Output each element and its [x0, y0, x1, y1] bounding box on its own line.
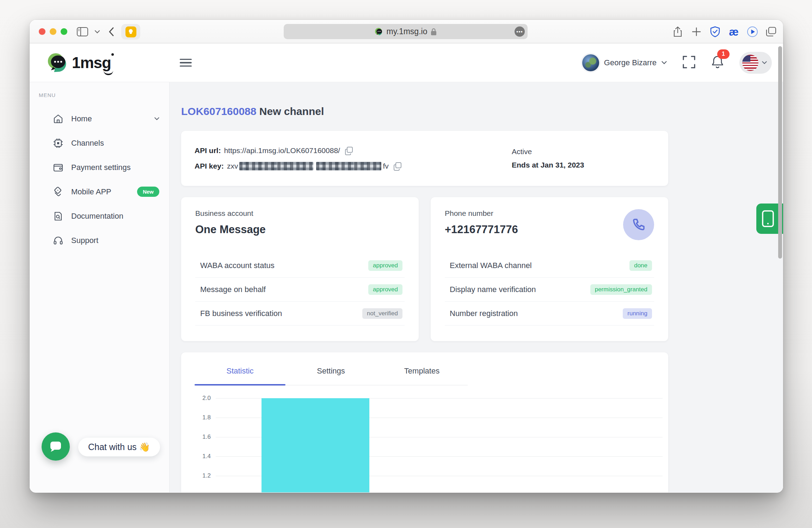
- notification-badge: 1: [717, 49, 730, 59]
- tab-templates[interactable]: Templates: [376, 362, 467, 385]
- status-row: WABA account status approved: [195, 254, 405, 278]
- subscription-ends: Ends at Jan 31, 2023: [512, 161, 584, 169]
- zoom-window-button[interactable]: [61, 28, 67, 35]
- keep-extension-button[interactable]: [121, 24, 140, 40]
- browser-toolbar: my.1msg.io ••• æ: [30, 20, 783, 43]
- fullscreen-button[interactable]: [682, 55, 696, 70]
- user-menu[interactable]: George Bizarre: [582, 54, 667, 71]
- sidebar-item-channels[interactable]: Channels: [30, 131, 169, 155]
- y-axis-tick-label: 2.0: [195, 395, 211, 402]
- shield-check-icon: [710, 26, 720, 37]
- tab-statistic[interactable]: Statistic: [195, 362, 285, 385]
- sidebar-toggle-button[interactable]: [75, 24, 90, 40]
- tabs-overview-icon: [766, 27, 776, 37]
- status-badge: running: [623, 308, 652, 319]
- home-icon: [53, 114, 63, 124]
- channel-id: LOK607160088: [181, 105, 257, 117]
- sidebar-item-home[interactable]: Home: [30, 107, 169, 131]
- bar-chart: 2.01.81.61.41.2: [195, 398, 663, 492]
- card-label: Business account: [195, 209, 405, 218]
- sidebar-item-label: Channels: [71, 139, 104, 148]
- scrollbar-thumb[interactable]: [778, 46, 782, 259]
- traffic-lights: [39, 28, 67, 35]
- avatar: [582, 54, 599, 71]
- api-url-value: https://api.1msg.io/LOK607160088/: [224, 146, 340, 155]
- statistics-card: Statistic Settings Templates 2.01.81.61.…: [181, 352, 668, 492]
- copy-api-url-button[interactable]: [344, 146, 353, 155]
- logo-dot: [111, 53, 114, 56]
- status-rows: External WABA channel done Display name …: [445, 254, 654, 326]
- phone-number-card: Phone number +12167771776 External WABA …: [431, 197, 668, 341]
- chat-launcher-button[interactable]: [42, 432, 70, 461]
- page-title: LOK607160088 New channel: [181, 105, 783, 117]
- chevron-down-icon: [662, 61, 667, 64]
- sidebar-toggle-icon: [77, 27, 88, 36]
- chevron-down-icon: [154, 117, 159, 120]
- status-label: External WABA channel: [450, 261, 532, 270]
- tags-icon: [53, 187, 63, 197]
- api-key-row: API key: zxvfv: [195, 162, 512, 171]
- status-label: Message on behalf: [200, 285, 266, 294]
- api-url-label: API url:: [195, 146, 221, 155]
- play-circle-icon: [747, 26, 758, 37]
- tabs-overview-button[interactable]: [764, 24, 778, 40]
- logo[interactable]: 1msg: [47, 52, 112, 74]
- fullscreen-icon: [682, 55, 696, 69]
- ae-extension-icon: æ: [729, 26, 739, 37]
- sidebar-item-payment-settings[interactable]: Payment settings: [30, 155, 169, 180]
- browser-window: my.1msg.io ••• æ: [30, 20, 783, 493]
- site-settings-ellipsis-icon[interactable]: •••: [515, 26, 525, 37]
- business-account-card: Business account One Message WABA accoun…: [181, 197, 419, 341]
- sidebar-item-support[interactable]: Support: [30, 228, 169, 253]
- y-axis-tick-label: 1.4: [195, 453, 211, 460]
- chevron-down-icon: [94, 30, 100, 34]
- close-window-button[interactable]: [39, 28, 45, 35]
- api-key-redacted-block: [316, 162, 381, 170]
- lock-icon: [431, 28, 437, 36]
- minimize-window-button[interactable]: [50, 28, 56, 35]
- notifications-button[interactable]: 1: [711, 55, 724, 71]
- status-label: WABA account status: [200, 261, 275, 270]
- api-key-prefix: zxv: [227, 162, 238, 170]
- api-card: API url: https://api.1msg.io/LOK60716008…: [181, 131, 668, 186]
- copy-api-key-button[interactable]: [393, 162, 402, 171]
- language-selector[interactable]: [739, 52, 772, 74]
- phone-icon: [631, 217, 646, 232]
- sidebar-item-label: Support: [71, 236, 98, 245]
- play-extension-button[interactable]: [745, 24, 759, 40]
- subscription-state: Active: [512, 147, 584, 156]
- status-badge: approved: [368, 260, 402, 271]
- status-row: Display name verification permission_gra…: [445, 278, 654, 302]
- wallet-icon: [53, 162, 63, 173]
- chart-bar: [262, 398, 369, 492]
- share-icon: [673, 26, 682, 37]
- y-axis-tick-label: 1.8: [195, 414, 211, 421]
- new-tab-button[interactable]: [689, 24, 703, 40]
- chat-with-us-button[interactable]: Chat with us 👋: [78, 438, 160, 456]
- toolbar-right-buttons: æ: [671, 24, 778, 40]
- tab-group-chevron-button[interactable]: [92, 24, 102, 40]
- chat-with-us-label: Chat with us 👋: [88, 442, 150, 452]
- adguard-extension-button[interactable]: [708, 24, 722, 40]
- tab-settings[interactable]: Settings: [285, 362, 376, 385]
- 1msg-app: 1msg George Bizarre: [30, 43, 783, 492]
- channel-title: New channel: [259, 105, 324, 117]
- api-credentials: API url: https://api.1msg.io/LOK60716008…: [195, 146, 512, 171]
- y-axis-tick-label: 1.6: [195, 433, 211, 441]
- back-button[interactable]: [104, 24, 118, 40]
- status-label: Number registration: [450, 309, 518, 318]
- sidebar-item-mobile-app[interactable]: Mobile APP New: [30, 180, 169, 204]
- chip-icon: [53, 138, 63, 148]
- copy-icon: [393, 162, 402, 171]
- site-favicon: [375, 28, 383, 36]
- menu-toggle-button[interactable]: [180, 56, 192, 69]
- status-label: Display name verification: [450, 285, 536, 294]
- share-button[interactable]: [671, 24, 685, 40]
- logo-smile: [104, 71, 113, 75]
- address-bar[interactable]: my.1msg.io •••: [284, 24, 528, 39]
- us-flag-icon: [742, 55, 758, 71]
- sidebar-item-documentation[interactable]: Documentation: [30, 204, 169, 228]
- ae-extension-button[interactable]: æ: [727, 24, 741, 40]
- status-row: Number registration running: [445, 302, 654, 326]
- headset-icon: [53, 235, 63, 246]
